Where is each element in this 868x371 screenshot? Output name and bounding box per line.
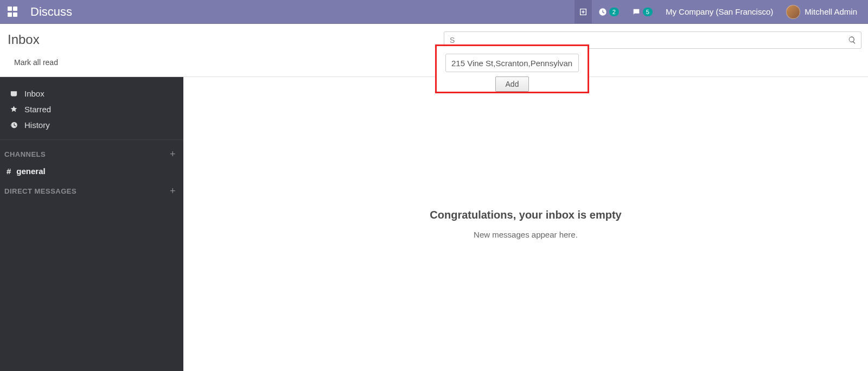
apps-launcher-icon[interactable] xyxy=(8,7,18,17)
company-name: My Company (San Francisco) xyxy=(666,7,773,16)
activities-badge: 2 xyxy=(609,8,619,16)
sidebar-item-label: Starred xyxy=(24,105,51,114)
add-button[interactable]: Add xyxy=(495,76,529,92)
content-empty-state: Congratulations, your inbox is empty New… xyxy=(183,77,868,371)
avatar xyxy=(786,5,800,19)
clock-icon xyxy=(598,8,607,16)
sidebar-item-label: History xyxy=(24,120,50,130)
new-window-icon xyxy=(579,8,588,16)
main-area: Inbox Starred History CHANNELS + # gener… xyxy=(0,77,868,371)
chat-icon xyxy=(632,8,641,16)
new-window-button[interactable] xyxy=(575,0,592,24)
category-label: DIRECT MESSAGES xyxy=(4,187,76,195)
channel-label: general xyxy=(16,167,45,176)
address-add-popup: Add xyxy=(435,44,589,93)
star-icon xyxy=(10,105,18,113)
hash-icon: # xyxy=(7,167,11,176)
empty-subtext: New messages appear here. xyxy=(474,230,578,239)
user-name: Mitchell Admin xyxy=(805,7,857,16)
sidebar-item-inbox[interactable]: Inbox xyxy=(0,86,183,101)
search-icon[interactable] xyxy=(848,36,857,44)
sidebar-category-dm[interactable]: DIRECT MESSAGES + xyxy=(0,182,183,200)
channel-general[interactable]: # general xyxy=(0,163,183,179)
add-dm-button[interactable]: + xyxy=(170,186,176,197)
mark-all-read-button[interactable]: Mark all read xyxy=(14,58,58,67)
messages-badge: 5 xyxy=(643,8,653,16)
search-prefix-text: S xyxy=(450,36,455,44)
category-label: CHANNELS xyxy=(4,150,46,158)
add-channel-button[interactable]: + xyxy=(170,149,176,160)
top-navbar: Discuss 2 5 My Company (San Francisco) M… xyxy=(0,0,868,24)
address-input[interactable] xyxy=(445,54,579,72)
company-switcher[interactable]: My Company (San Francisco) xyxy=(659,0,780,24)
sidebar-item-label: Inbox xyxy=(24,89,44,98)
sidebar-item-starred[interactable]: Starred xyxy=(0,101,183,117)
empty-headline: Congratulations, your inbox is empty xyxy=(430,209,621,221)
inbox-icon xyxy=(10,89,18,98)
sidebar: Inbox Starred History CHANNELS + # gener… xyxy=(0,77,183,371)
sidebar-item-history[interactable]: History xyxy=(0,117,183,133)
page-title: Inbox xyxy=(8,32,58,47)
history-icon xyxy=(10,121,18,129)
user-menu[interactable]: Mitchell Admin xyxy=(780,0,864,24)
control-bar: Inbox Mark all read S Add xyxy=(0,24,868,77)
app-title: Discuss xyxy=(30,5,72,19)
activities-button[interactable]: 2 xyxy=(592,0,626,24)
messages-button[interactable]: 5 xyxy=(626,0,659,24)
sidebar-category-channels[interactable]: CHANNELS + xyxy=(0,145,183,163)
